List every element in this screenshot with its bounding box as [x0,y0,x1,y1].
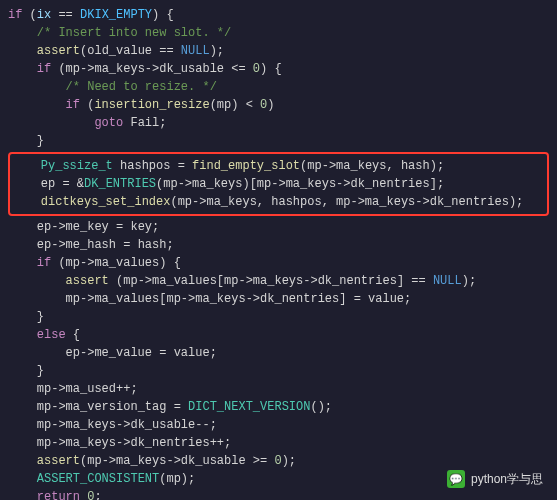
code-line: /* Need to resize. */ [8,78,549,96]
code-line: if (insertion_resize(mp) < 0) [8,96,549,114]
code-line: Py_ssize_t hashpos = find_empty_slot(mp-… [12,157,545,175]
highlighted-region: Py_ssize_t hashpos = find_empty_slot(mp-… [8,152,549,216]
code-line: } [8,308,549,326]
code-line: /* Insert into new slot. */ [8,24,549,42]
code-editor: if (ix == DKIX_EMPTY) { /* Insert into n… [8,6,549,500]
code-line: mp->ma_keys->dk_nentries++; [8,434,549,452]
code-line: if (ix == DKIX_EMPTY) { [8,6,549,24]
code-line: mp->ma_keys->dk_usable--; [8,416,549,434]
code-line: mp->ma_version_tag = DICT_NEXT_VERSION()… [8,398,549,416]
code-line: if (mp->ma_values) { [8,254,549,272]
code-line: goto Fail; [8,114,549,132]
code-line: ep = &DK_ENTRIES(mp->ma_keys)[mp->ma_key… [12,175,545,193]
code-line: mp->ma_used++; [8,380,549,398]
code-line: } [8,362,549,380]
code-line: dictkeys_set_index(mp->ma_keys, hashpos,… [12,193,545,211]
code-line: ep->me_value = value; [8,344,549,362]
code-line: } [8,132,549,150]
code-line: if (mp->ma_keys->dk_usable <= 0) { [8,60,549,78]
watermark: 💬 python学与思 [447,470,543,488]
code-line: ep->me_hash = hash; [8,236,549,254]
code-line: else { [8,326,549,344]
code-line: return 0; [8,488,549,500]
code-line: ep->me_key = key; [8,218,549,236]
watermark-text: python学与思 [471,470,543,488]
code-line: assert(mp->ma_keys->dk_usable >= 0); [8,452,549,470]
code-line: assert (mp->ma_values[mp->ma_keys->dk_ne… [8,272,549,290]
code-line: mp->ma_values[mp->ma_keys->dk_nentries] … [8,290,549,308]
wechat-icon: 💬 [447,470,465,488]
code-line: assert(old_value == NULL); [8,42,549,60]
